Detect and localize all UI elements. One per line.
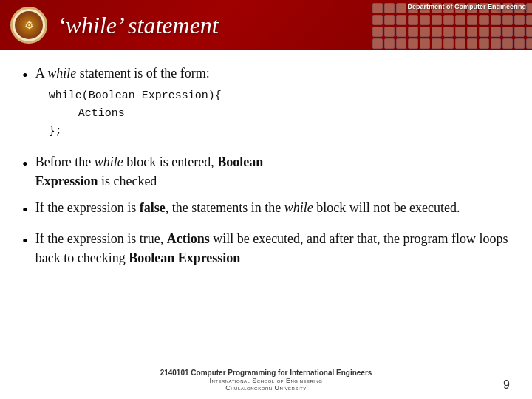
university-logo: ⚙ [10,7,47,44]
bullet-point-2: • [22,153,28,176]
footer-line3: Chulalongkorn University [0,384,532,392]
bullet-item-1: • A while statement is of the form: whil… [22,64,510,145]
bullet-text-1: A while statement is of the form: while(… [35,64,510,145]
while-italic-2: while [95,154,123,169]
boolean-expression-bold-2: Boolean Expression [129,250,240,265]
bullet-point-1: • [22,64,28,87]
code-block: while(Boolean Expression){ Actions }; [49,87,510,140]
slide-title: ‘while’ statement [58,12,219,39]
bullet-text-3: If the expression is false, the statemen… [35,198,510,217]
bullet-text-4: If the expression is true, Actions will … [35,229,510,267]
dept-label: Department of Computer Engineering [407,3,526,10]
footer-line1: 2140101 Computer Programming for Interna… [0,369,532,377]
bullet-point-4: • [22,230,28,253]
actions-bold: Actions [167,231,210,246]
footer-line2: International School of Engineering [0,377,532,384]
while-italic-1: while [47,66,76,81]
page-number: 9 [503,378,510,392]
bullet-item-3: • If the expression is false, the statem… [22,198,510,222]
bullet-text-2: Before the while block is entered, Boole… [35,152,510,191]
code-line-3: }; [49,123,510,140]
boolean-expression-bold: BooleanExpression [35,154,263,188]
bullet-item-2: • Before the while block is entered, Boo… [22,152,510,191]
false-bold: false [140,200,166,215]
bullet-item-4: • If the expression is true, Actions wil… [22,229,510,267]
slide-content: • A while statement is of the form: whil… [0,50,532,282]
logo-emblem: ⚙ [15,11,43,39]
bullet-point-3: • [22,199,28,222]
slide-header: Department of Computer Engineering ⚙ ‘wh… [0,0,532,50]
slide-footer: 2140101 Computer Programming for Interna… [0,369,532,392]
while-italic-3: while [284,200,313,215]
code-line-2: Actions [78,105,510,123]
code-line-1: while(Boolean Expression){ [49,87,510,105]
